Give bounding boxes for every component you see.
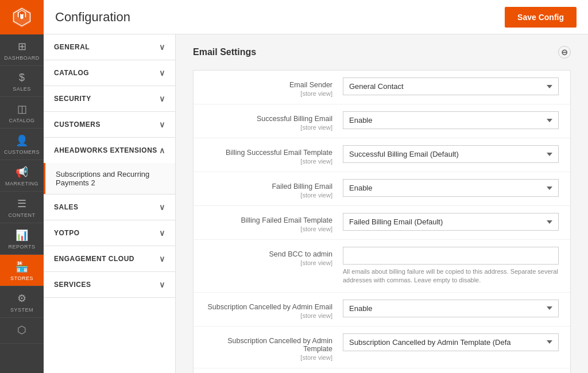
nav-section-security: SECURITY ∨ xyxy=(44,86,175,112)
send-bcc-label: Send BCC to admin [store view] xyxy=(194,247,343,266)
sidebar-item-content-label: CONTENT xyxy=(9,212,36,218)
sidebar-item-reports[interactable]: 📊 REPORTS xyxy=(0,223,44,255)
extensions-icon: ⬡ xyxy=(17,324,26,336)
chevron-down-icon: ∨ xyxy=(159,68,165,77)
send-bcc-input[interactable] xyxy=(343,247,559,265)
sidebar-item-catalog[interactable]: ◫ CATALOG xyxy=(0,97,44,129)
nav-section-label-security: SECURITY xyxy=(54,95,91,103)
sidebar-item-dashboard-label: DASHBOARD xyxy=(4,55,40,61)
nav-section-header-yotpo[interactable]: YOTPO ∨ xyxy=(44,220,175,246)
nav-section-label-general: GENERAL xyxy=(54,43,90,51)
chevron-down-icon: ∨ xyxy=(159,120,165,129)
chevron-down-icon: ∨ xyxy=(159,94,165,103)
nav-section-header-general[interactable]: GENERAL ∨ xyxy=(44,34,175,60)
nav-section-header-services[interactable]: SERVICES ∨ xyxy=(44,272,175,297)
sidebar-item-extensions[interactable]: ⬡ xyxy=(0,318,44,344)
billing-failed-template-select[interactable]: Failed Billing Email (Default) xyxy=(343,213,559,231)
chevron-up-icon: ∧ xyxy=(159,146,165,155)
settings-row-send-bcc: Send BCC to admin [store view] All email… xyxy=(194,240,570,293)
customers-icon: 👤 xyxy=(16,134,28,147)
failed-billing-email-control: Enable Disable xyxy=(343,179,570,197)
top-header: Configuration Save Config xyxy=(44,0,588,34)
sidebar-item-marketing-label: MARKETING xyxy=(5,181,38,187)
sidebar-item-customers-label: CUSTOMERS xyxy=(4,149,40,155)
email-settings-section: Email Settings ⊖ xyxy=(193,46,571,59)
nav-section-aheadworks: AHEADWORKS EXTENSIONS ∧ Subscriptions an… xyxy=(44,138,175,195)
successful-billing-email-select[interactable]: Enable Disable xyxy=(343,111,559,129)
catalog-icon: ◫ xyxy=(17,103,27,115)
nav-section-engagement: ENGAGEMENT CLOUD ∨ xyxy=(44,246,175,272)
nav-section-label-yotpo: YOTPO xyxy=(54,229,80,237)
nav-section-header-security[interactable]: SECURITY ∨ xyxy=(44,86,175,111)
sidebar-item-customers[interactable]: 👤 CUSTOMERS xyxy=(0,129,44,160)
content-area: GENERAL ∨ CATALOG ∨ SECURITY ∨ CUSTOMERS xyxy=(44,34,588,373)
sub-cancelled-admin-template-label: Subscription Cancelled by Admin Template… xyxy=(194,333,343,361)
failed-billing-email-label: Failed Billing Email [store view] xyxy=(194,179,343,199)
nav-section-label-aheadworks: AHEADWORKS EXTENSIONS xyxy=(54,146,157,154)
right-content: Email Settings ⊖ Email Sender [store vie… xyxy=(176,34,588,373)
nav-section-header-customers[interactable]: CUSTOMERS ∨ xyxy=(44,112,175,137)
nav-section-label-sales: SALES xyxy=(54,203,79,211)
sidebar-item-stores[interactable]: 🏪 STORES xyxy=(0,255,44,286)
sales-icon: $ xyxy=(19,72,25,84)
nav-sub-item-label: Subscriptions and Recurring Payments 2 xyxy=(56,170,165,187)
nav-section-general: GENERAL ∨ xyxy=(44,34,175,60)
nav-section-catalog: CATALOG ∨ xyxy=(44,60,175,86)
sidebar-icons: ⊞ DASHBOARD $ SALES ◫ CATALOG 👤 CUSTOMER… xyxy=(0,0,44,373)
collapse-button[interactable]: ⊖ xyxy=(558,46,571,59)
page-title: Configuration xyxy=(55,10,130,25)
nav-section-header-catalog[interactable]: CATALOG ∨ xyxy=(44,60,175,86)
billing-successful-template-control: Successful Billing Email (Default) xyxy=(343,145,570,163)
sidebar-item-system[interactable]: ⚙ SYSTEM xyxy=(0,286,44,318)
email-sender-select[interactable]: General Contact Sales Representative Cus… xyxy=(343,77,559,95)
nav-section-header-engagement[interactable]: ENGAGEMENT CLOUD ∨ xyxy=(44,246,175,271)
marketing-icon: 📢 xyxy=(16,166,28,178)
billing-successful-template-select[interactable]: Successful Billing Email (Default) xyxy=(343,145,559,163)
settings-row-sub-cancelled-admin-template: Subscription Cancelled by Admin Template… xyxy=(194,327,570,368)
settings-row-sub-cancelled-admin-email: Subscription Cancelled by Admin Email [s… xyxy=(194,293,570,327)
sub-cancelled-admin-email-control: Enable Disable xyxy=(343,300,570,317)
dashboard-icon: ⊞ xyxy=(18,40,26,53)
left-nav: GENERAL ∨ CATALOG ∨ SECURITY ∨ CUSTOMERS xyxy=(44,34,176,373)
chevron-down-icon: ∨ xyxy=(159,254,165,263)
email-settings-title: Email Settings xyxy=(193,47,256,57)
system-icon: ⚙ xyxy=(17,292,26,305)
settings-row-billing-failed-template: Billing Failed Email Template [store vie… xyxy=(194,206,570,240)
nav-section-services: SERVICES ∨ xyxy=(44,272,175,298)
settings-row-email-sender: Email Sender [store view] General Contac… xyxy=(194,71,570,104)
nav-sub-item-subscriptions[interactable]: Subscriptions and Recurring Payments 2 xyxy=(44,163,175,194)
sidebar-item-sales-label: SALES xyxy=(13,86,31,92)
settings-row-failed-billing-email: Failed Billing Email [store view] Enable… xyxy=(194,172,570,206)
successful-billing-email-label: Successful Billing Email [store view] xyxy=(194,111,343,131)
sidebar-item-dashboard[interactable]: ⊞ DASHBOARD xyxy=(0,34,44,66)
sidebar-item-system-label: SYSTEM xyxy=(10,307,33,313)
stores-icon: 🏪 xyxy=(16,261,28,273)
chevron-down-icon: ∨ xyxy=(159,203,165,212)
settings-row-sub-cancelled-customer-email: Subscription Cancelled by Customer Email… xyxy=(194,368,570,373)
nav-section-header-aheadworks[interactable]: AHEADWORKS EXTENSIONS ∧ xyxy=(44,138,175,163)
sub-cancelled-admin-email-label: Subscription Cancelled by Admin Email [s… xyxy=(194,300,343,319)
successful-billing-email-control: Enable Disable xyxy=(343,111,570,129)
nav-section-header-sales[interactable]: SALES ∨ xyxy=(44,195,175,220)
content-icon: ☰ xyxy=(17,197,26,210)
settings-table: Email Sender [store view] General Contac… xyxy=(193,70,571,373)
send-bcc-hint: All emails about billing failure will be… xyxy=(343,267,559,285)
billing-failed-template-control: Failed Billing Email (Default) xyxy=(343,213,570,231)
sidebar-item-marketing[interactable]: 📢 MARKETING xyxy=(0,160,44,192)
save-config-button[interactable]: Save Config xyxy=(505,7,577,28)
chevron-down-icon: ∨ xyxy=(159,280,165,289)
sidebar-item-sales[interactable]: $ SALES xyxy=(0,66,44,97)
billing-successful-template-label: Billing Successful Email Template [store… xyxy=(194,145,343,165)
reports-icon: 📊 xyxy=(16,229,28,242)
sidebar-item-reports-label: REPORTS xyxy=(9,244,36,250)
settings-row-billing-successful-template: Billing Successful Email Template [store… xyxy=(194,138,570,172)
sidebar-item-content[interactable]: ☰ CONTENT xyxy=(0,192,44,223)
sidebar-item-stores-label: STORES xyxy=(10,275,33,281)
failed-billing-email-select[interactable]: Enable Disable xyxy=(343,179,559,197)
magento-logo[interactable] xyxy=(0,0,44,34)
sub-cancelled-admin-template-select[interactable]: Subscription Cancelled by Admin Template… xyxy=(343,333,559,351)
sub-cancelled-admin-email-select[interactable]: Enable Disable xyxy=(343,300,559,317)
nav-section-label-catalog: CATALOG xyxy=(54,69,89,77)
chevron-down-icon: ∨ xyxy=(159,42,165,52)
settings-row-successful-billing-email: Successful Billing Email [store view] En… xyxy=(194,104,570,138)
